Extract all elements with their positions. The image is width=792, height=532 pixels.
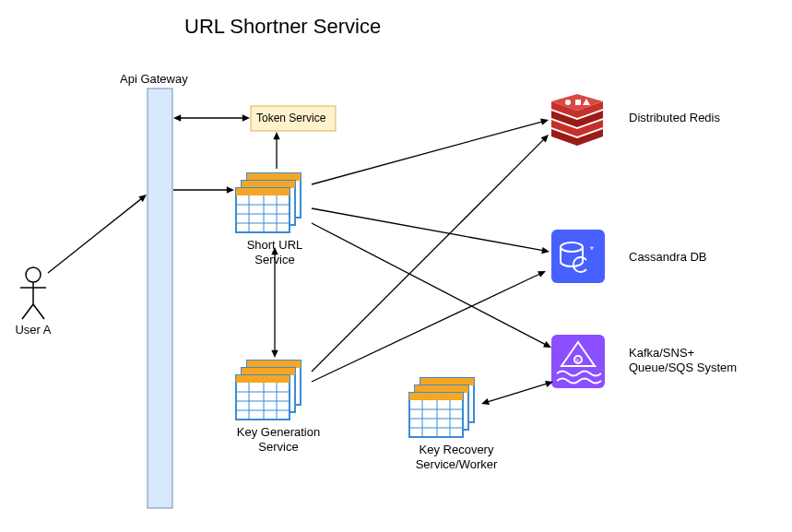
diagram-canvas: URL Shortner Service (0, 0, 792, 532)
svg-line-32 (48, 196, 145, 273)
short-url-service-label: Short URL Service (241, 238, 309, 266)
svg-point-22 (565, 100, 571, 105)
svg-marker-45 (540, 119, 549, 125)
svg-marker-35 (242, 114, 250, 121)
user-icon (20, 267, 46, 319)
shorturl-to-redis (312, 119, 549, 184)
gateway-to-shorturl (173, 186, 234, 193)
svg-line-16 (33, 304, 44, 319)
svg-marker-36 (173, 114, 181, 121)
svg-text:*: * (590, 245, 594, 255)
svg-rect-23 (575, 100, 581, 105)
cassandra-icon: * (551, 230, 605, 283)
svg-marker-40 (273, 132, 279, 139)
redis-icon (551, 94, 603, 146)
svg-marker-42 (271, 350, 278, 358)
user-to-gateway (48, 195, 147, 273)
svg-line-15 (22, 304, 33, 319)
svg-line-50 (312, 136, 547, 372)
cassandra-label: Cassandra DB (629, 250, 707, 265)
kafka-label: Kafka/SNS+ Queue/SQS System (629, 346, 739, 374)
shorturl-to-cassandra (312, 208, 550, 254)
svg-marker-38 (227, 186, 234, 193)
svg-line-52 (312, 272, 543, 382)
svg-rect-25 (551, 230, 605, 283)
token-service-label: Token Service (256, 112, 325, 124)
key-generation-service-icon (236, 361, 301, 420)
key-recovery-service-icon (409, 378, 474, 437)
svg-line-46 (312, 208, 547, 251)
svg-marker-55 (481, 398, 490, 405)
api-gateway-label: Api Gateway (120, 72, 188, 87)
gateway-to-token (173, 114, 250, 121)
key-recovery-service-label: Key Recovery Service/Worker (406, 443, 507, 471)
redis-label: Distributed Redis (629, 111, 720, 125)
svg-marker-33 (138, 195, 147, 202)
keygen-to-redis (312, 135, 549, 372)
shorturl-to-token (273, 132, 279, 169)
svg-point-12 (26, 267, 41, 282)
key-generation-service-label: Key Generation Service (232, 425, 325, 454)
svg-line-54 (484, 383, 550, 403)
user-label: User A (13, 323, 53, 337)
kafka-to-keyrecovery (481, 381, 553, 405)
svg-marker-47 (541, 247, 550, 254)
svg-line-44 (312, 121, 546, 184)
svg-text:K: K (576, 358, 580, 363)
api-gateway-box (148, 89, 172, 508)
svg-line-48 (312, 223, 549, 347)
short-url-service-icon (236, 173, 301, 232)
kafka-icon: K (551, 335, 605, 388)
arrow-layer: * K (0, 0, 792, 532)
